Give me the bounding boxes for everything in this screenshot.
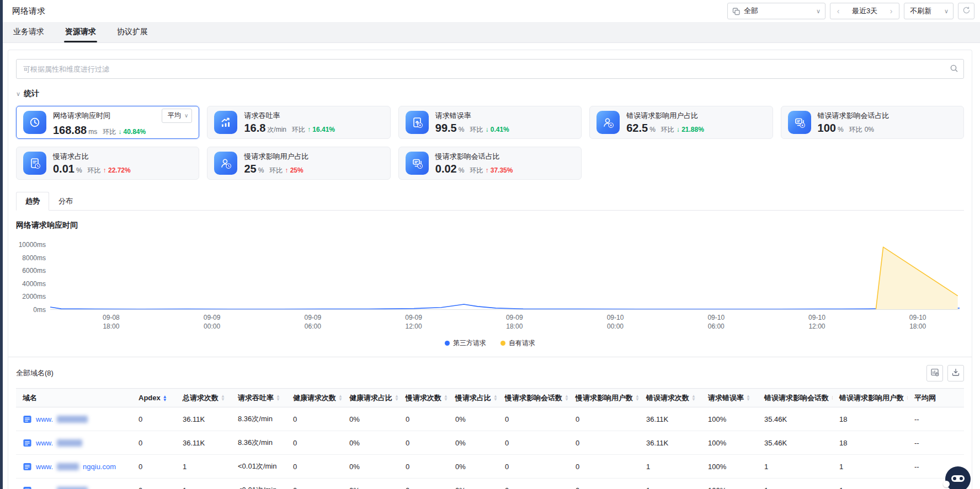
col-error-count[interactable]: 错误请求次数▲▼ (640, 389, 701, 407)
column-settings-button[interactable] (926, 365, 943, 381)
col-total-requests[interactable]: 总请求次数▲▼ (176, 389, 231, 407)
filter-input[interactable] (16, 59, 964, 79)
error-request-icon (406, 111, 429, 134)
stat-delta: ↑ 22.72% (103, 166, 131, 174)
col-error-sessions[interactable]: 错误请求影响会话数▲▼ (758, 389, 833, 407)
x-axis-tick: 09-0900:00 (204, 313, 221, 331)
stat-card-slow-user-ratio[interactable]: 慢请求影响用户占比 25 % 环比 ↑ 25% (207, 147, 390, 180)
sort-icon: ▲▼ (221, 395, 225, 401)
table-title: 全部域名(8) (16, 368, 54, 378)
page-doc-icon (23, 438, 32, 448)
tab-trend[interactable]: 趋势 (16, 192, 49, 211)
slow-session-icon (406, 152, 429, 175)
col-healthy-count[interactable]: 健康请求次数▲▼ (286, 389, 343, 407)
stat-card-error-rate[interactable]: 请求错误率 99.5 % 环比 ↓ 0.41% (398, 106, 582, 139)
legend-item[interactable]: 自有请求 (500, 338, 535, 348)
search-icon[interactable] (950, 64, 958, 75)
download-icon (951, 368, 960, 379)
col-slow-users[interactable]: 慢请求影响用户数▲▼ (569, 389, 640, 407)
time-next-button[interactable]: › (885, 7, 898, 15)
stat-card-response-time[interactable]: 网络请求响应时间 平均 ∨ 168.88 ms 环比 ↓ 40.84% (16, 106, 199, 139)
stat-card-slow-session-ratio[interactable]: 慢请求影响会话占比 0.02 % 环比 ↑ 37.35% (398, 147, 582, 180)
time-range-pager: ‹ 最近3天 › (830, 3, 899, 19)
aggregation-value: 平均 (168, 111, 181, 120)
stat-card-error-user-ratio[interactable]: 错误请求影响用户占比 62.5 % 环比 ↓ 21.88% (589, 106, 773, 139)
stats-section-head: ∨ 统计 (16, 89, 964, 99)
stat-card-title: 慢请求占比 (53, 152, 89, 162)
stat-delta: ↓ 40.84% (118, 128, 146, 136)
tab-resource-request[interactable]: 资源请求 (64, 27, 97, 42)
compare-label: 环比 (103, 127, 116, 137)
chart-title: 网络请求响应时间 (16, 221, 964, 230)
trend-arrow-icon: ↑ (285, 166, 288, 174)
sort-icon: ▲▼ (276, 395, 280, 401)
stat-delta: ↓ 21.88% (677, 126, 704, 133)
collapse-chevron-icon[interactable]: ∨ (16, 90, 20, 98)
chevron-down-icon: ∨ (812, 8, 825, 15)
x-axis-tick: 09-0912:00 (405, 313, 422, 331)
refresh-mode-select[interactable]: 不刷新 ∨ (904, 3, 954, 19)
collapsed-sidebar-rail[interactable] (0, 0, 3, 489)
legend-label: 自有请求 (509, 338, 535, 348)
y-axis-tick: 8000ms (12, 254, 50, 262)
stat-delta: 0% (865, 126, 874, 133)
page-title: 网络请求 (12, 6, 45, 17)
tab-protocol-extension[interactable]: 协议扩展 (116, 27, 149, 42)
sort-icon: ▲▼ (163, 395, 167, 402)
assistant-widget[interactable] (945, 466, 971, 489)
col-slow-sessions[interactable]: 慢请求影响会话数▲▼ (498, 389, 569, 407)
col-healthy-ratio[interactable]: 健康请求占比▲▼ (343, 389, 399, 407)
x-axis-tick: 09-0818:00 (103, 313, 120, 331)
stat-card-title: 请求吞吐率 (244, 111, 280, 121)
refresh-button[interactable] (958, 3, 974, 19)
domain-link[interactable]: www.ngqiu.com (23, 462, 125, 471)
sort-icon: ▲▼ (746, 395, 750, 401)
stat-card-error-session-ratio[interactable]: 错误请求影响会话占比 100 % 环比 0% (781, 106, 964, 139)
legend-item[interactable]: 第三方请求 (445, 338, 486, 348)
download-button[interactable] (947, 365, 964, 381)
domain-link[interactable]: www. (23, 415, 125, 424)
col-slow-ratio[interactable]: 慢请求占比▲▼ (449, 389, 498, 407)
chevron-down-icon: ∨ (940, 8, 953, 15)
slow-user-icon (214, 152, 237, 175)
time-range-value[interactable]: 最近3天 (852, 6, 877, 16)
stat-unit: % (76, 166, 82, 174)
stat-card-title: 慢请求影响会话占比 (435, 152, 500, 162)
stat-delta: ↓ 0.41% (485, 126, 509, 133)
stat-unit: % (459, 126, 465, 133)
legend-dot-icon (500, 341, 505, 346)
col-throughput[interactable]: 请求吞吐率▲▼ (231, 389, 286, 407)
col-error-users[interactable]: 错误请求影响用户数▲▼ (833, 389, 908, 407)
stat-card-slow-ratio[interactable]: 慢请求占比 0.01 % 环比 ↑ 22.72% (16, 147, 199, 180)
filter-box (16, 59, 964, 79)
tab-distribution[interactable]: 分布 (49, 192, 82, 211)
stat-card-title: 网络请求响应时间 (53, 111, 110, 121)
col-error-rate[interactable]: 请求错误率▲▼ (701, 389, 758, 407)
aggregation-select[interactable]: 平均 ∨ (162, 109, 192, 123)
col-slow-count[interactable]: 慢请求次数▲▼ (399, 389, 449, 407)
sort-icon: ▲▼ (493, 395, 498, 401)
x-axis-tick: 09-1018:00 (909, 313, 926, 331)
stat-unit: 次/min (267, 125, 286, 135)
scope-select[interactable]: 全部 ∨ (727, 3, 825, 19)
compare-label: 环比 (269, 166, 283, 175)
stat-card-throughput[interactable]: 请求吞吐率 16.8 次/min 环比 ↑ 16.41% (207, 106, 390, 139)
legend-label: 第三方请求 (453, 338, 486, 348)
legend-dot-icon (445, 341, 450, 346)
tab-business-request[interactable]: 业务请求 (12, 27, 45, 42)
y-axis-tick: 10000ms (12, 241, 50, 249)
chart-legend: 第三方请求自有请求 (16, 338, 964, 348)
stat-unit: % (838, 126, 844, 133)
refresh-icon (962, 6, 971, 16)
domain-link[interactable]: www. (23, 438, 125, 448)
chart-plot[interactable]: 10000ms8000ms6000ms4000ms2000ms0ms (50, 245, 960, 310)
y-axis-tick: 6000ms (12, 267, 50, 275)
time-prev-button[interactable]: ‹ (832, 7, 845, 15)
domain-link[interactable]: www. (23, 486, 125, 489)
stat-value: 0.01 (53, 163, 74, 175)
x-axis-tick: 09-0906:00 (305, 313, 322, 331)
col-apdex[interactable]: Apdex▲▼ (132, 389, 176, 407)
sort-icon: ▲▼ (395, 395, 399, 401)
stats-section-title: 统计 (24, 89, 39, 99)
stat-card-title: 慢请求影响用户占比 (244, 152, 308, 162)
